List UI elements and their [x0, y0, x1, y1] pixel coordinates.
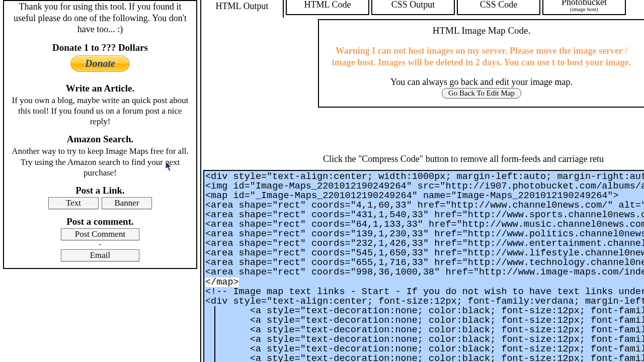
compress-note: Click the "Compress Code" button to remo…	[318, 154, 644, 164]
donate-button[interactable]: Donate	[70, 55, 130, 72]
donate-heading: Donate 1 to ??? Dollars	[8, 42, 192, 53]
tab-css-output[interactable]: CSS Output	[371, 0, 455, 15]
main-area: HTML Image Map Code. Warning I can not h…	[200, 17, 644, 362]
write-article-desc: If you own a blog, maybe write an quick …	[8, 95, 192, 127]
post-link-heading: Post a Link.	[8, 185, 192, 196]
post-comment-heading: Post a comment.	[8, 216, 192, 227]
separator-dash: -	[8, 240, 192, 248]
amazon-heading: Amazon Search.	[8, 134, 192, 145]
tab-html-output[interactable]: HTML Output	[200, 0, 284, 18]
info-title: HTML Image Map Code.	[324, 25, 639, 36]
code-output[interactable]: <div style="text-align:center; width:100…	[203, 170, 644, 362]
banner-button[interactable]: Banner	[102, 197, 152, 209]
sidebar: Thank you for using this tool. If you fo…	[3, 0, 197, 269]
go-back-button[interactable]: Go Back To Edit Map	[442, 88, 521, 99]
tab-css-code[interactable]: CSS Code	[457, 0, 540, 15]
tab-photobucket[interactable]: Photobucket (image host)	[542, 0, 626, 15]
text-button[interactable]: Text	[48, 197, 99, 209]
write-article-heading: Write an Article.	[8, 83, 192, 94]
info-box: HTML Image Map Code. Warning I can not h…	[318, 19, 644, 108]
amazon-desc: Another way to try to keep Image Maps fr…	[8, 146, 192, 178]
intro-text: Thank you for using this tool. If you fo…	[8, 1, 192, 35]
email-button[interactable]: Email	[61, 249, 139, 261]
edit-text: You can always go back and edit your ima…	[324, 77, 639, 87]
tabs: HTML Output HTML Code CSS Output CSS Cod…	[200, 0, 626, 18]
post-comment-button[interactable]: Post Comment	[61, 228, 139, 240]
tab-html-code[interactable]: HTML Code	[286, 0, 369, 15]
warning-text: Warning I can not host images on my serv…	[324, 45, 639, 68]
